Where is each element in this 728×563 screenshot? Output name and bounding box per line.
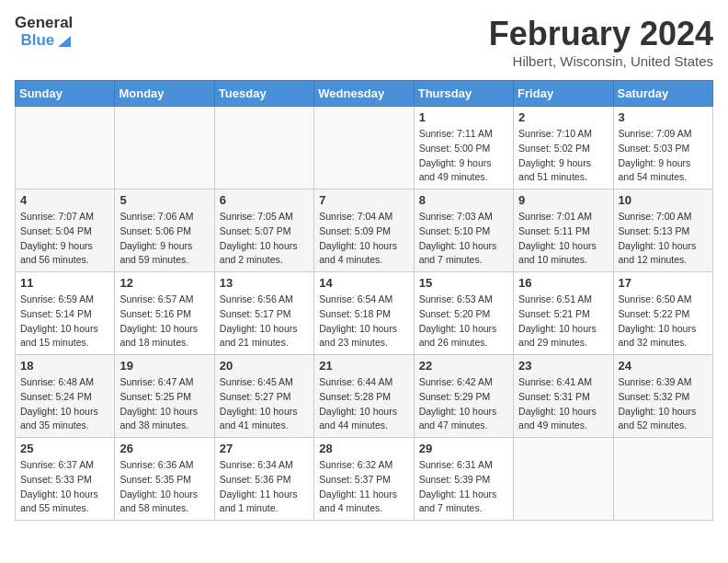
day-detail: Sunrise: 6:34 AMSunset: 5:36 PMDaylight:… <box>220 458 309 516</box>
day-detail: Sunrise: 7:03 AMSunset: 5:10 PMDaylight:… <box>419 210 508 268</box>
day-number: 21 <box>319 359 408 373</box>
table-row <box>514 438 613 521</box>
table-row: 8Sunrise: 7:03 AMSunset: 5:10 PMDaylight… <box>414 190 513 272</box>
day-detail: Sunrise: 6:41 AMSunset: 5:31 PMDaylight:… <box>518 375 608 433</box>
day-number: 8 <box>419 193 508 207</box>
table-row: 7Sunrise: 7:04 AMSunset: 5:09 PMDaylight… <box>314 190 414 272</box>
table-row: 3Sunrise: 7:09 AMSunset: 5:03 PMDaylight… <box>613 107 712 190</box>
table-row: 25Sunrise: 6:37 AMSunset: 5:33 PMDayligh… <box>16 438 115 521</box>
table-row <box>16 107 115 190</box>
table-row: 2Sunrise: 7:10 AMSunset: 5:02 PMDaylight… <box>514 107 613 190</box>
day-detail: Sunrise: 7:06 AMSunset: 5:06 PMDaylight:… <box>119 210 209 268</box>
day-detail: Sunrise: 7:01 AMSunset: 5:11 PMDaylight:… <box>518 210 608 268</box>
day-number: 6 <box>220 193 309 207</box>
day-detail: Sunrise: 6:51 AMSunset: 5:21 PMDaylight:… <box>518 293 608 350</box>
title-area: February 2024 Hilbert, Wisconsin, United… <box>489 15 713 69</box>
page-title: February 2024 <box>489 15 713 53</box>
table-row: 15Sunrise: 6:53 AMSunset: 5:20 PMDayligh… <box>414 272 513 355</box>
logo-blue: Blue <box>20 32 54 50</box>
calendar-week-row: 11Sunrise: 6:59 AMSunset: 5:14 PMDayligh… <box>16 272 713 355</box>
day-number: 29 <box>419 442 508 455</box>
calendar-header-row: Sunday Monday Tuesday Wednesday Thursday… <box>16 81 713 107</box>
day-detail: Sunrise: 6:56 AMSunset: 5:17 PMDaylight:… <box>220 293 309 350</box>
table-row: 18Sunrise: 6:48 AMSunset: 5:24 PMDayligh… <box>16 355 115 438</box>
day-detail: Sunrise: 6:47 AMSunset: 5:25 PMDaylight:… <box>119 375 209 433</box>
day-number: 9 <box>518 193 608 207</box>
table-row: 26Sunrise: 6:36 AMSunset: 5:35 PMDayligh… <box>115 438 214 521</box>
table-row: 6Sunrise: 7:05 AMSunset: 5:07 PMDaylight… <box>214 190 313 272</box>
table-row: 10Sunrise: 7:00 AMSunset: 5:13 PMDayligh… <box>613 190 712 272</box>
day-number: 25 <box>20 442 109 455</box>
calendar-week-row: 1Sunrise: 7:11 AMSunset: 5:00 PMDaylight… <box>16 107 713 190</box>
day-number: 11 <box>20 276 109 290</box>
day-number: 26 <box>119 442 209 455</box>
calendar-week-row: 18Sunrise: 6:48 AMSunset: 5:24 PMDayligh… <box>16 355 713 438</box>
table-row <box>214 107 313 190</box>
day-number: 27 <box>220 442 309 455</box>
col-sunday: Sunday <box>16 81 115 107</box>
day-detail: Sunrise: 7:04 AMSunset: 5:09 PMDaylight:… <box>319 210 408 268</box>
table-row: 29Sunrise: 6:31 AMSunset: 5:39 PMDayligh… <box>414 438 513 521</box>
day-detail: Sunrise: 6:36 AMSunset: 5:35 PMDaylight:… <box>119 458 209 516</box>
day-detail: Sunrise: 6:37 AMSunset: 5:33 PMDaylight:… <box>20 458 109 516</box>
day-detail: Sunrise: 7:07 AMSunset: 5:04 PMDaylight:… <box>20 210 109 268</box>
logo: General Blue <box>15 15 73 49</box>
calendar-week-row: 4Sunrise: 7:07 AMSunset: 5:04 PMDaylight… <box>16 190 713 272</box>
day-number: 14 <box>319 276 408 290</box>
col-thursday: Thursday <box>414 81 513 107</box>
day-number: 22 <box>419 359 508 373</box>
day-number: 20 <box>220 359 309 373</box>
day-number: 13 <box>220 276 309 290</box>
day-detail: Sunrise: 6:50 AMSunset: 5:22 PMDaylight:… <box>619 293 708 350</box>
day-number: 7 <box>319 193 408 207</box>
day-detail: Sunrise: 6:57 AMSunset: 5:16 PMDaylight:… <box>119 293 209 350</box>
table-row: 20Sunrise: 6:45 AMSunset: 5:27 PMDayligh… <box>214 355 313 438</box>
logo-icon <box>56 32 73 49</box>
table-row: 14Sunrise: 6:54 AMSunset: 5:18 PMDayligh… <box>314 272 414 355</box>
table-row: 24Sunrise: 6:39 AMSunset: 5:32 PMDayligh… <box>613 355 712 438</box>
table-row: 1Sunrise: 7:11 AMSunset: 5:00 PMDaylight… <box>414 107 513 190</box>
table-row: 19Sunrise: 6:47 AMSunset: 5:25 PMDayligh… <box>115 355 214 438</box>
day-detail: Sunrise: 6:53 AMSunset: 5:20 PMDaylight:… <box>419 293 508 350</box>
day-detail: Sunrise: 6:32 AMSunset: 5:37 PMDaylight:… <box>319 458 408 516</box>
day-detail: Sunrise: 7:11 AMSunset: 5:00 PMDaylight:… <box>419 127 508 185</box>
table-row: 21Sunrise: 6:44 AMSunset: 5:28 PMDayligh… <box>314 355 414 438</box>
day-number: 10 <box>619 193 708 207</box>
day-number: 2 <box>518 110 608 124</box>
day-number: 24 <box>619 359 708 373</box>
day-detail: Sunrise: 7:05 AMSunset: 5:07 PMDaylight:… <box>220 210 309 268</box>
day-detail: Sunrise: 6:39 AMSunset: 5:32 PMDaylight:… <box>619 375 708 433</box>
day-number: 1 <box>419 110 508 124</box>
day-detail: Sunrise: 7:10 AMSunset: 5:02 PMDaylight:… <box>518 127 608 185</box>
col-saturday: Saturday <box>613 81 712 107</box>
day-number: 18 <box>20 359 109 373</box>
table-row: 12Sunrise: 6:57 AMSunset: 5:16 PMDayligh… <box>115 272 214 355</box>
table-row: 5Sunrise: 7:06 AMSunset: 5:06 PMDaylight… <box>115 190 214 272</box>
day-detail: Sunrise: 6:44 AMSunset: 5:28 PMDaylight:… <box>319 375 408 433</box>
table-row: 17Sunrise: 6:50 AMSunset: 5:22 PMDayligh… <box>613 272 712 355</box>
day-number: 12 <box>119 276 209 290</box>
day-number: 17 <box>619 276 708 290</box>
logo-general: General <box>15 15 73 32</box>
day-number: 15 <box>419 276 508 290</box>
svg-marker-0 <box>58 36 71 47</box>
day-detail: Sunrise: 7:00 AMSunset: 5:13 PMDaylight:… <box>619 210 708 268</box>
col-friday: Friday <box>514 81 613 107</box>
table-row: 16Sunrise: 6:51 AMSunset: 5:21 PMDayligh… <box>514 272 613 355</box>
table-row: 27Sunrise: 6:34 AMSunset: 5:36 PMDayligh… <box>214 438 313 521</box>
col-wednesday: Wednesday <box>314 81 414 107</box>
day-number: 5 <box>119 193 209 207</box>
day-detail: Sunrise: 6:59 AMSunset: 5:14 PMDaylight:… <box>20 293 109 350</box>
day-detail: Sunrise: 6:48 AMSunset: 5:24 PMDaylight:… <box>20 375 109 433</box>
day-number: 3 <box>619 110 708 124</box>
calendar-week-row: 25Sunrise: 6:37 AMSunset: 5:33 PMDayligh… <box>16 438 713 521</box>
day-number: 23 <box>518 359 608 373</box>
day-number: 4 <box>20 193 109 207</box>
table-row: 22Sunrise: 6:42 AMSunset: 5:29 PMDayligh… <box>414 355 513 438</box>
table-row: 9Sunrise: 7:01 AMSunset: 5:11 PMDaylight… <box>514 190 613 272</box>
table-row: 13Sunrise: 6:56 AMSunset: 5:17 PMDayligh… <box>214 272 313 355</box>
table-row <box>314 107 414 190</box>
calendar-table: Sunday Monday Tuesday Wednesday Thursday… <box>15 80 713 521</box>
day-detail: Sunrise: 7:09 AMSunset: 5:03 PMDaylight:… <box>619 127 708 185</box>
page-header: General Blue February 2024 Hilbert, Wisc… <box>15 15 713 69</box>
